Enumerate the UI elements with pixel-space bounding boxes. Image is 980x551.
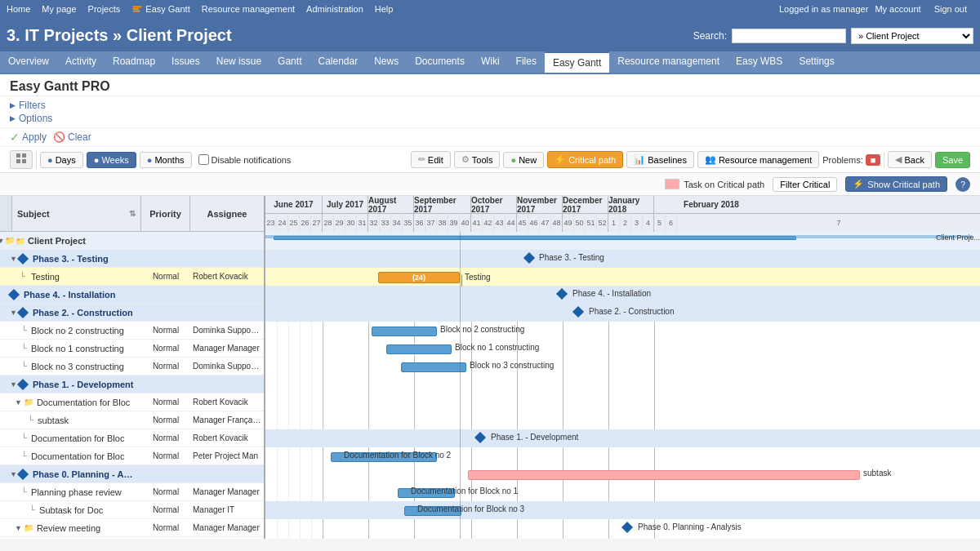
new-button[interactable]: ● New (503, 152, 544, 168)
bar-block3[interactable] (401, 362, 466, 372)
expand-review[interactable]: ▼ (15, 524, 22, 532)
bar-block2[interactable] (372, 327, 437, 336)
filters-toggle[interactable]: ▶ Filters (10, 99, 970, 112)
tab-easy-wbs[interactable]: Easy WBS (728, 51, 791, 73)
doc-bloc-name: Documentation for Bloc (35, 398, 141, 407)
search-input[interactable] (732, 29, 846, 43)
label-block2: Block no 2 constructing (440, 325, 524, 334)
rowbg-8 (265, 429, 980, 447)
week-23: 23 (265, 214, 277, 232)
expand-doc[interactable]: ▼ (15, 398, 22, 407)
tab-gantt[interactable]: Gantt (270, 51, 310, 73)
week-51: 51 (586, 214, 597, 232)
grid-view-button[interactable] (10, 150, 33, 169)
search-select[interactable]: » Client Project (851, 28, 973, 44)
expand-icon[interactable]: ▼ (0, 237, 4, 245)
nav-tabs: Overview Activity Roadmap Issues New iss… (0, 51, 980, 74)
bar-subtask[interactable] (468, 470, 860, 480)
sort-icon[interactable]: ⇅ (129, 209, 136, 218)
subtask-doc-priority: Normal (141, 505, 190, 514)
nav-mypage[interactable]: My page (42, 4, 76, 14)
days-icon: ● (47, 155, 53, 165)
filter-critical-button[interactable]: Filter Critical (773, 177, 837, 192)
label-phase0: Phase 0. Planning - Analysis (638, 522, 742, 531)
disable-notifications-checkbox[interactable] (198, 154, 209, 165)
nav-help[interactable]: Help (375, 4, 394, 14)
problems-section: Problems: ■ (822, 154, 880, 166)
tab-new-issue[interactable]: New issue (208, 51, 270, 73)
tab-documents[interactable]: Documents (407, 51, 473, 73)
main-toolbar: ● Days ● Weeks ● Months Disable notifica… (0, 147, 980, 173)
tab-resource-management[interactable]: Resource management (609, 51, 728, 73)
separator-2 (884, 152, 884, 168)
tab-wiki[interactable]: Wiki (473, 51, 508, 73)
month-dec17: December 2017 (563, 196, 608, 213)
diamond-icon-phase4 (8, 288, 20, 300)
week-41: 41 (471, 214, 483, 232)
my-account-link[interactable]: My account (875, 4, 920, 14)
baselines-button[interactable]: 📊 Baselines (626, 151, 694, 168)
label-doc3: Documentation for Block no 3 (417, 504, 524, 513)
months-icon: ● (147, 155, 153, 165)
nav-projects[interactable]: Projects (88, 4, 121, 14)
doc2-assignee: Robert Kovacik (190, 433, 264, 442)
label-doc-bloc: Documentation for Block no 2 (344, 451, 451, 460)
show-critical-path-button[interactable]: ⚡ Show Critical path (845, 176, 947, 192)
planning-review-priority: Normal (141, 487, 190, 496)
tab-easy-gantt[interactable]: Easy Gantt (545, 51, 609, 73)
nav-resource-management[interactable]: Resource management (202, 4, 295, 14)
block1-priority: Normal (141, 344, 190, 353)
block2-name: Block no 2 constructing (29, 326, 141, 335)
tab-calendar[interactable]: Calendar (310, 51, 366, 73)
gantt-right-panel: June 2017 July 2017 August 2017 Septembe… (265, 196, 980, 539)
week-49: 49 (563, 214, 574, 232)
tab-files[interactable]: Files (508, 51, 545, 73)
problems-badge: ■ (866, 154, 881, 166)
subject-header[interactable]: Subject ⇅ (12, 196, 141, 231)
tools-button[interactable]: ⚙ Tools (454, 151, 501, 168)
row-testing: └ Testing Normal Robert Kovacik (0, 268, 264, 286)
clear-button[interactable]: 🚫 Clear (53, 131, 91, 143)
nav-home[interactable]: Home (7, 4, 30, 14)
rowbg-13 (265, 501, 980, 519)
days-button[interactable]: ● Days (40, 152, 83, 168)
apply-clear-bar: ✓ Apply 🚫 Clear (0, 128, 980, 147)
bar-testing[interactable]: (24) (378, 272, 460, 283)
month-oct17: October 2017 (471, 196, 517, 213)
sign-out-link[interactable]: Sign out (934, 4, 967, 14)
label-subtask: subtask (863, 469, 891, 478)
nav-easy-gantt[interactable]: Easy Gantt (145, 4, 189, 14)
options-toggle[interactable]: ▶ Options (10, 112, 970, 125)
bar-block1[interactable] (386, 344, 452, 354)
tab-overview[interactable]: Overview (0, 51, 57, 73)
tab-news[interactable]: News (366, 51, 407, 73)
tab-issues[interactable]: Issues (163, 51, 208, 73)
back-button[interactable]: ◀ Back (888, 151, 931, 168)
subtask-doc-name: Subtask for Doc (38, 505, 141, 515)
weeks-button[interactable]: ● Weeks (87, 152, 136, 168)
tab-activity[interactable]: Activity (57, 51, 105, 73)
disable-notifications-label[interactable]: Disable notifications (198, 154, 292, 165)
tab-settings[interactable]: Settings (791, 51, 842, 73)
gantt-left-panel: Subject ⇅ Priority Assignee ▼ 📁 (0, 196, 265, 539)
gantt-area: Subject ⇅ Priority Assignee ▼ 📁 (0, 196, 980, 539)
months-button[interactable]: ● Months (140, 152, 192, 168)
row-subtask-doc: └ Subtask for Doc Normal Manager IT (0, 501, 264, 519)
testing-assignee: Robert Kovacik (190, 272, 264, 281)
svg-rect-4 (22, 153, 26, 158)
tab-roadmap[interactable]: Roadmap (105, 51, 163, 73)
apply-button[interactable]: ✓ Apply (10, 131, 47, 144)
week-2: 2 (620, 214, 631, 232)
week-42: 42 (483, 214, 494, 232)
save-button[interactable]: Save (935, 152, 970, 168)
resource-management-button[interactable]: 👥 Resource management (697, 151, 819, 168)
diamond-icon-phase0 (17, 468, 29, 479)
nav-administration[interactable]: Administration (306, 4, 363, 14)
indent-subtask-doc: └ (29, 505, 35, 514)
subtask-doc-assignee: Manager IT (190, 505, 264, 514)
critical-path-button[interactable]: ⚡ Critical path (547, 151, 623, 168)
week-26: 26 (300, 214, 311, 232)
edit-button[interactable]: ✏ Edit (411, 151, 451, 168)
row-review-group: ▼ 📁 Review meeting Normal Manager Manage… (0, 519, 264, 537)
help-button[interactable]: ? (956, 177, 970, 192)
